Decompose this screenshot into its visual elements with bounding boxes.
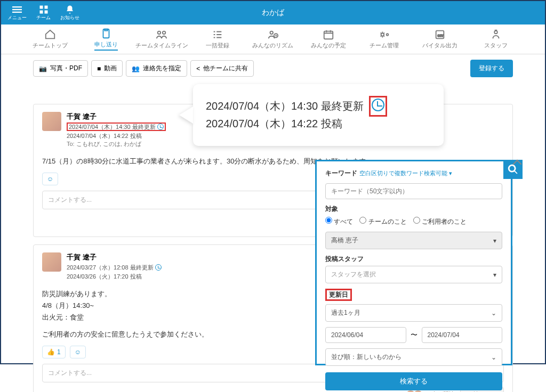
menu-label: メニュー: [7, 14, 27, 21]
staff-select[interactable]: スタッフを選択▾: [325, 266, 502, 283]
submit-button[interactable]: 登録する: [470, 60, 513, 77]
share-other-teams-button[interactable]: <他チームに共有: [190, 60, 254, 77]
target-team[interactable]: チームのこと: [359, 217, 406, 226]
svg-point-14: [387, 34, 389, 36]
svg-rect-1: [12, 9, 22, 10]
clock-icon-highlight: [369, 96, 387, 117]
smile-icon: ☺: [47, 175, 53, 183]
posted-time: 2024/03/26（火）17:20 投稿: [67, 273, 142, 280]
users-icon: 👥: [132, 65, 140, 72]
callout-line-1: 2024/07/04（木）14:30 最終更新: [206, 96, 431, 117]
notice-button[interactable]: お知らせ: [60, 5, 79, 21]
attach-photo-pdf-button[interactable]: 📷写真・PDF: [33, 60, 88, 77]
chevron-down-icon: ▾: [493, 271, 496, 279]
camera-icon: 📷: [39, 65, 47, 72]
react-like-button[interactable]: 👍1: [42, 346, 66, 358]
svg-point-8: [158, 31, 161, 35]
search-panel: キーワード 空白区切りで複数ワード検索可能 ▾ 対象 すべて チームのこと ご利…: [315, 160, 512, 365]
target-user[interactable]: ご利用者のこと: [413, 217, 467, 226]
sort-select[interactable]: 並び順：新しいものから⌄: [325, 348, 502, 366]
svg-rect-2: [12, 11, 22, 12]
svg-rect-3: [39, 5, 43, 9]
tilde: 〜: [411, 330, 417, 340]
specify-contacts-button[interactable]: 👥連絡先を指定: [126, 60, 187, 77]
keyword-hint[interactable]: 空白区切りで複数ワード検索可能 ▾: [359, 170, 452, 176]
post-author: 千賀 遼子: [67, 112, 166, 121]
posted-time: 2024/07/04（木）14:22 投稿: [67, 133, 142, 139]
svg-point-13: [381, 33, 384, 36]
keyword-input[interactable]: [325, 183, 502, 199]
svg-point-10: [270, 31, 273, 35]
clock-icon: [157, 124, 164, 130]
avatar: [42, 252, 61, 272]
target-all[interactable]: すべて: [325, 217, 353, 226]
chevron-down-icon: ▾: [493, 237, 496, 244]
smile-icon: ☺: [75, 348, 81, 356]
target-label: 対象: [325, 205, 338, 214]
tab-handover[interactable]: 申し送り: [78, 28, 133, 51]
compose-toolbar: 📷写真・PDF ■動画 👥連絡先を指定 <他チームに共有 登録する: [33, 60, 513, 77]
top-bar: メニュー チーム お知らせ わかば: [1, 1, 545, 24]
notice-label: お知らせ: [60, 14, 79, 21]
tab-timeline[interactable]: チームタイムライン: [134, 29, 189, 50]
keyword-label: キーワード: [325, 169, 357, 178]
callout: 2024/07/04（木）14:30 最終更新 2024/07/04（木）14:…: [193, 84, 444, 146]
tab-bulk[interactable]: 一括登録: [189, 29, 245, 50]
tab-schedule[interactable]: みんなの予定: [301, 29, 356, 50]
react-smile-button[interactable]: ☺: [70, 346, 86, 358]
updated-time-highlight: 2024/07/04（木）14:30 最終更新: [67, 123, 166, 131]
thumbs-up-icon: 👍: [47, 348, 55, 356]
svg-text:csv: csv: [438, 33, 444, 38]
menu-button[interactable]: メニュー: [7, 5, 27, 21]
clock-icon: [155, 264, 162, 271]
user-select[interactable]: 高橋 恵子▾: [325, 232, 502, 249]
tab-vital[interactable]: csvバイタル出力: [412, 29, 468, 50]
svg-rect-12: [324, 31, 333, 39]
callout-line-2: 2024/07/04（木）14:22 投稿: [206, 117, 431, 131]
update-date-label-highlight: 更新日: [325, 289, 352, 301]
tab-admin[interactable]: チーム管理: [357, 29, 412, 50]
chevron-down-icon: ⌄: [491, 309, 496, 317]
search-button[interactable]: 検索する: [325, 372, 502, 390]
react-smile-button[interactable]: ☺: [42, 173, 58, 185]
date-from-input[interactable]: 2024/06/04: [325, 327, 406, 343]
team-button[interactable]: チーム: [36, 5, 51, 21]
tab-rhythm[interactable]: みんなのリズム: [245, 29, 301, 50]
svg-rect-6: [44, 10, 47, 13]
tab-team-top[interactable]: チームトップ: [22, 29, 78, 50]
tab-bar: チームトップ 申し送り チームタイムライン 一括登録 みんなのリズム みんなの予…: [1, 24, 545, 54]
clock-icon: [372, 99, 384, 111]
date-preset-select[interactable]: 過去1ヶ月⌄: [325, 304, 502, 322]
svg-rect-5: [39, 10, 43, 13]
target-radio-group: すべて チームのこと ご利用者のこと: [325, 217, 502, 226]
tab-staff[interactable]: スタッフ: [468, 29, 524, 50]
svg-point-9: [163, 31, 166, 35]
attach-video-button[interactable]: ■動画: [91, 60, 123, 77]
svg-rect-4: [44, 5, 47, 9]
recipients: To: こもれび, このは, わかば: [67, 140, 166, 148]
page-title: わかば: [1, 8, 545, 18]
share-icon: <: [196, 65, 200, 72]
team-label: チーム: [36, 14, 51, 21]
staff-label: 投稿スタッフ: [325, 255, 364, 264]
video-icon: ■: [97, 65, 101, 72]
svg-rect-0: [12, 6, 22, 7]
updated-time: 2024/03/27（水）12:08 最終更新: [67, 264, 162, 271]
date-to-input[interactable]: 2024/07/04: [422, 327, 503, 343]
post-author: 千賀 遼子: [67, 252, 162, 262]
chevron-down-icon: ⌄: [491, 354, 496, 361]
topbar-left: メニュー チーム お知らせ: [7, 5, 79, 21]
avatar: [42, 112, 61, 131]
